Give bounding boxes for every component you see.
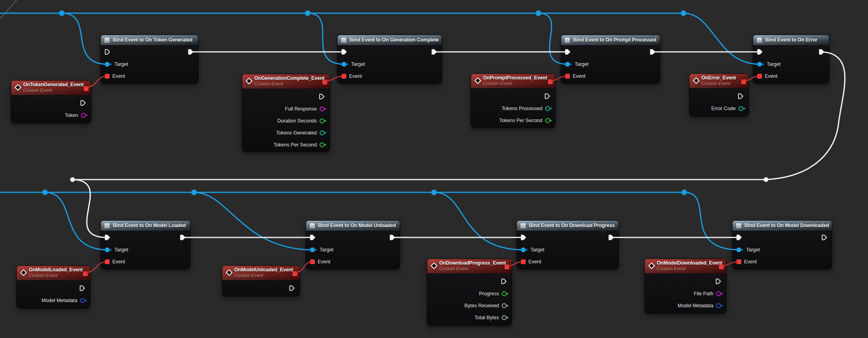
out-pin-row[interactable]: Error Code bbox=[711, 105, 745, 112]
out-pin-row[interactable]: File Path bbox=[694, 290, 723, 297]
exec-out-pin[interactable] bbox=[650, 48, 656, 55]
node-bind-on-token-generated[interactable]: Bind Event to On Token GeneratedTargetEv… bbox=[101, 35, 198, 83]
reroute-node[interactable] bbox=[305, 10, 310, 16]
node-event-on-model-unloaded[interactable]: OnModelUnloaded_EventCustom Event bbox=[222, 266, 300, 296]
exec-in-pin[interactable] bbox=[310, 234, 316, 241]
target-drop-download-progress-wire[interactable] bbox=[434, 192, 524, 250]
event-pin-row[interactable]: Event bbox=[105, 73, 125, 80]
out-pin-row[interactable]: Tokens Per Second bbox=[274, 141, 326, 148]
delegate-pin[interactable] bbox=[342, 74, 346, 79]
target-pin-row[interactable]: Target bbox=[105, 61, 128, 68]
target-pin-row[interactable]: Target bbox=[757, 61, 781, 68]
exec-out-pin[interactable] bbox=[544, 93, 550, 100]
event-pin-row[interactable]: Event bbox=[521, 258, 541, 265]
delegate-pin[interactable] bbox=[105, 259, 110, 264]
delegate-pin[interactable] bbox=[105, 74, 110, 79]
event-pin-row[interactable]: Event bbox=[757, 73, 778, 80]
exec-out-pin[interactable] bbox=[819, 48, 825, 55]
exec-in-pin[interactable] bbox=[736, 234, 742, 241]
out-pin-row[interactable]: Full Response bbox=[285, 105, 326, 113]
target-drop-error-wire[interactable] bbox=[683, 13, 760, 64]
exec-out-pin[interactable] bbox=[608, 234, 614, 241]
delegate-pin[interactable] bbox=[757, 74, 762, 79]
target-pin-row[interactable]: Target bbox=[310, 246, 334, 253]
reroute-node[interactable] bbox=[42, 190, 48, 195]
delegate-out-pin[interactable] bbox=[322, 79, 327, 86]
exec-in-pin[interactable] bbox=[520, 234, 526, 241]
exec-out-pin[interactable] bbox=[289, 285, 295, 292]
event-pin-row[interactable]: Event bbox=[736, 258, 757, 265]
exec-out-pin[interactable] bbox=[180, 234, 186, 241]
reroute-node[interactable] bbox=[431, 190, 437, 195]
delegate-out-pin[interactable] bbox=[719, 263, 724, 271]
target-pin-row[interactable]: Target bbox=[565, 61, 589, 68]
out-pin-row[interactable]: Progress bbox=[479, 290, 509, 297]
exec-out-pin[interactable] bbox=[80, 99, 86, 107]
exec-in-pin[interactable] bbox=[341, 48, 347, 55]
node-event-on-download-progress[interactable]: OnDownloadProgress_EventCustom EventProg… bbox=[427, 259, 512, 325]
node-bind-on-generation-complete[interactable]: Bind Event to On Generation CompleteTarg… bbox=[338, 35, 442, 83]
node-event-on-generation-complete[interactable]: OnGenerationComplete_EventCustom EventFu… bbox=[242, 74, 330, 152]
exec-out-pin[interactable] bbox=[821, 234, 827, 241]
exec-in-pin[interactable] bbox=[104, 48, 110, 55]
node-event-on-prompt-processed[interactable]: OnPromptProcessed_EventCustom EventToken… bbox=[471, 74, 555, 128]
target-pin-row[interactable]: Target bbox=[736, 246, 760, 253]
target-pin-row[interactable]: Target bbox=[105, 246, 128, 253]
event-pin-row[interactable]: Event bbox=[342, 73, 362, 80]
node-event-on-model-downloaded[interactable]: OnModelDownloaded_EventCustom EventFile … bbox=[645, 259, 726, 313]
event-pin-row[interactable]: Event bbox=[310, 258, 330, 265]
node-bind-on-model-loaded[interactable]: Bind Event to On Model LoadedTargetEvent bbox=[101, 221, 190, 269]
node-bind-on-error[interactable]: Bind Event to On ErrorTargetEvent bbox=[753, 35, 829, 83]
event-pin-row[interactable]: Event bbox=[105, 258, 125, 265]
out-pin-row[interactable]: Total Bytes bbox=[475, 314, 509, 321]
node-bind-on-download-progress[interactable]: Bind Event to On Download ProgressTarget… bbox=[517, 221, 619, 269]
out-pin-row[interactable]: Duration Seconds bbox=[277, 117, 326, 125]
reroute-node[interactable] bbox=[764, 177, 768, 182]
out-pin-row[interactable]: Tokens Processed bbox=[502, 105, 552, 112]
delegate-pin[interactable] bbox=[736, 259, 741, 264]
reroute-node[interactable] bbox=[681, 190, 687, 195]
exec-in-pin[interactable] bbox=[757, 48, 763, 55]
event-pin-row[interactable]: Event bbox=[565, 73, 585, 80]
reroute-node[interactable] bbox=[681, 10, 686, 16]
exec-out-pin[interactable] bbox=[501, 278, 507, 285]
target-drop-model-loaded-wire[interactable] bbox=[45, 192, 108, 250]
exec-out-pin[interactable] bbox=[715, 278, 721, 285]
delegate-out-pin[interactable] bbox=[83, 270, 88, 277]
exec-out-pin[interactable] bbox=[431, 48, 437, 55]
node-bind-on-model-downloaded[interactable]: Bind Event to On Model DownloadedTargetE… bbox=[732, 221, 832, 269]
node-bind-on-prompt-processed[interactable]: Bind Event to On Prompt ProcessedTargetE… bbox=[561, 35, 660, 83]
delegate-out-pin[interactable] bbox=[548, 78, 553, 85]
delegate-out-pin[interactable] bbox=[84, 85, 88, 92]
delegate-out-pin[interactable] bbox=[741, 78, 746, 85]
exec-out-pin[interactable] bbox=[389, 234, 395, 241]
reroute-node[interactable] bbox=[191, 190, 197, 195]
target-pin-row[interactable]: Target bbox=[342, 61, 365, 68]
exec-in-pin[interactable] bbox=[565, 48, 571, 55]
exec-out-pin[interactable] bbox=[79, 285, 85, 292]
delegate-pin[interactable] bbox=[521, 259, 526, 264]
out-pin-row[interactable]: Bytes Received bbox=[464, 302, 509, 309]
reroute-node[interactable] bbox=[536, 10, 541, 16]
target-drop-model-downloaded-wire[interactable] bbox=[684, 192, 739, 250]
exec-out-pin[interactable] bbox=[319, 93, 325, 100]
node-event-on-error[interactable]: OnError_EventCustom EventError Code bbox=[689, 74, 748, 116]
node-event-on-token-generated[interactable]: OnTokenGenerated_EventCustom EventToken bbox=[11, 81, 91, 123]
exec-out-pin[interactable] bbox=[188, 48, 194, 55]
delegate-pin[interactable] bbox=[310, 259, 315, 264]
out-pin-row[interactable]: Token bbox=[65, 112, 88, 119]
reroute-node[interactable] bbox=[70, 177, 75, 182]
node-bind-on-model-unloaded[interactable]: Bind Event to On Model UnloadedTargetEve… bbox=[306, 221, 400, 269]
target-drop-model-unloaded-wire[interactable] bbox=[194, 192, 313, 250]
out-pin-row[interactable]: Model Metadata bbox=[678, 302, 723, 309]
blueprint-canvas[interactable]: Bind Event to On Token GeneratedTargetEv… bbox=[0, 0, 868, 338]
out-pin-row[interactable]: Model Metadata bbox=[41, 297, 87, 304]
exec-in-pin[interactable] bbox=[104, 234, 110, 241]
delegate-out-pin[interactable] bbox=[293, 270, 297, 277]
delegate-pin[interactable] bbox=[565, 74, 570, 79]
out-pin-row[interactable]: Tokens Generated bbox=[276, 129, 326, 136]
exec-out-pin[interactable] bbox=[738, 93, 744, 100]
out-pin-row[interactable]: Tokens Per Second bbox=[499, 117, 552, 124]
delegate-out-pin[interactable] bbox=[505, 263, 509, 271]
target-pin-row[interactable]: Target bbox=[521, 246, 544, 253]
